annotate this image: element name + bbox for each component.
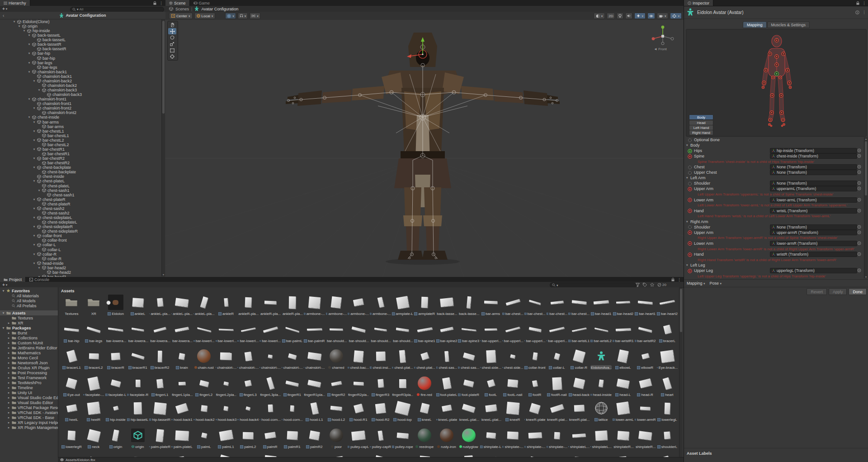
hierarchy-tree-item[interactable]: chainskirt-back1 xyxy=(33,74,72,79)
asset-item[interactable]: bar-spine1 xyxy=(414,321,436,344)
transform-tool-icon[interactable] xyxy=(168,53,176,60)
hierarchy-tree-item[interactable]: bar-chestL1 xyxy=(38,133,69,138)
tab-console[interactable]: Console xyxy=(26,277,53,282)
asset-item[interactable]: bracerL xyxy=(656,321,679,344)
asset-item[interactable]: palmL xyxy=(193,427,215,450)
asset-item[interactable]: lowerlegL xyxy=(656,400,679,423)
2d-toggle[interactable]: 2D xyxy=(607,13,615,19)
bone-object-field[interactable]: wristL (Transform) xyxy=(770,208,857,214)
asset-item[interactable]: bar-upperl... xyxy=(480,321,502,344)
hierarchy-tree-item[interactable]: ▾chest-sideplateL xyxy=(33,215,72,220)
asset-item[interactable]: palmR xyxy=(259,427,281,450)
kebab-icon[interactable]: ⋮ xyxy=(159,1,163,5)
hierarchy-tree-item[interactable]: ▾chainskirt-back1 xyxy=(28,70,67,74)
bone-row[interactable]: Hipship-inside (Transform) xyxy=(684,148,862,153)
asset-item[interactable]: bar-wristL2 xyxy=(590,321,612,344)
breadcrumb-scenes[interactable]: Scenes xyxy=(175,7,189,11)
asset-item[interactable]: hip-tassetL xyxy=(127,400,149,423)
hierarchy-tree-item[interactable]: chest-sash1 xyxy=(42,193,75,197)
asset-item[interactable]: hood-R2 xyxy=(369,400,392,423)
object-picker-icon[interactable] xyxy=(857,186,861,191)
asset-item[interactable]: ankleR-pla... xyxy=(281,294,303,317)
asset-item[interactable]: kneeR-plat... xyxy=(546,400,568,423)
asset-item[interactable]: palmL2 xyxy=(237,427,259,450)
asset-item[interactable]: XR xyxy=(83,294,105,317)
asset-item[interactable]: bar-upperl... xyxy=(502,321,524,344)
object-picker-icon[interactable] xyxy=(857,252,861,256)
asset-item[interactable]: bracerR2 xyxy=(149,348,171,371)
project-tree-item[interactable]: ▾Favorites xyxy=(0,288,30,293)
asset-item[interactable]: bar-heart1 xyxy=(634,294,656,317)
asset-item[interactable]: heart xyxy=(656,375,679,398)
asset-item[interactable]: bar-lowerl... xyxy=(237,321,259,344)
asset-item[interactable]: chest-plat... xyxy=(392,348,414,371)
asset-item[interactable]: bar-should... xyxy=(347,321,369,344)
asset-item[interactable]: footR-nail xyxy=(546,375,568,398)
asset-item[interactable]: bar-wristL1 xyxy=(568,321,590,344)
bone-section-header[interactable]: ▾Right Arm xyxy=(684,219,862,224)
project-tree-item[interactable]: ▸Newtonsoft Json xyxy=(0,360,48,365)
asset-item[interactable]: neck xyxy=(83,427,105,450)
avatar-model[interactable] xyxy=(165,20,684,277)
hierarchy-tree-item[interactable]: ▾chest-sash2 xyxy=(33,206,65,211)
project-tree-item[interactable]: ▸TextMeshPro xyxy=(0,380,42,385)
asset-item[interactable]: fingerR3pla... xyxy=(392,375,414,398)
asset-item[interactable]: bar-chest... xyxy=(524,294,546,317)
bone-object-field[interactable]: None (Transform) xyxy=(770,164,857,170)
asset-item[interactable]: hood-top xyxy=(392,400,414,423)
axis-gizmo[interactable] xyxy=(650,24,675,48)
hierarchy-tree-item[interactable]: ▾chainskirt-front2 xyxy=(33,106,71,110)
asset-item[interactable]: bar-lowera... xyxy=(171,321,193,344)
hidden-packages-count[interactable]: 20 xyxy=(657,283,666,287)
asset-item[interactable]: bar-lowera... xyxy=(149,321,171,344)
asset-item[interactable]: fingerR1pla... xyxy=(303,375,326,398)
project-tree-item[interactable]: ▸VRChat Package Resolver T xyxy=(0,405,58,410)
save-search-icon[interactable] xyxy=(650,283,654,287)
bone-object-field[interactable]: chest-inside (Transform) xyxy=(770,153,857,159)
space-dropdown[interactable]: Local▾ xyxy=(194,13,216,19)
object-picker-icon[interactable] xyxy=(857,241,861,245)
hierarchy-tree-item[interactable]: ▾chainskirt-front1 xyxy=(28,97,66,101)
asset-item[interactable]: bar-lowerl... xyxy=(259,321,281,344)
bone-row[interactable]: Upper ArmupperarmL (Transform) xyxy=(684,186,862,191)
hierarchy-tree-item[interactable]: collar-R xyxy=(38,257,61,261)
project-tree-item[interactable]: ▸Unity UI xyxy=(0,390,32,395)
asset-item[interactable]: chainskirt-... xyxy=(259,348,281,371)
rect-tool-icon[interactable] xyxy=(168,47,176,53)
tab-scene[interactable]: Scene xyxy=(165,0,190,6)
asset-item[interactable]: chainskirt-... xyxy=(237,348,259,371)
asset-item[interactable]: fingerL2 xyxy=(193,375,215,398)
mapping-menu[interactable]: Mapping ▾ xyxy=(687,281,705,286)
bone-object-field[interactable]: upperarmL (Transform) xyxy=(770,186,857,191)
asset-item[interactable]: bracerR1 xyxy=(127,348,149,371)
bone-row[interactable]: ChestNone (Transform) xyxy=(684,164,862,170)
asset-item[interactable]: ankleR-pla... xyxy=(259,294,281,317)
asset-item[interactable]: fingerR2 xyxy=(326,375,348,398)
bone-object-field[interactable]: None (Transform) xyxy=(770,181,857,186)
asset-item[interactable]: head-R xyxy=(634,375,656,398)
hierarchy-tree-item[interactable]: ▾collar-front xyxy=(33,233,62,238)
bone-object-field[interactable]: hip-inside (Transform) xyxy=(770,148,857,153)
grid-snap-toggle[interactable]: ▾ xyxy=(225,13,236,19)
hierarchy-tree-item[interactable]: ▾chest-plateR xyxy=(33,197,66,202)
asset-item[interactable]: hood-R1 xyxy=(347,400,369,423)
hierarchy-tree-item[interactable]: bar-arms xyxy=(38,124,64,129)
asset-item[interactable]: pulley-rope xyxy=(392,427,414,450)
asset-item[interactable]: Eidolon xyxy=(105,294,127,317)
object-picker-icon[interactable] xyxy=(857,268,861,272)
asset-item[interactable]: ankleL-pla... xyxy=(171,294,193,317)
project-tree-item[interactable]: ▸Custom NUnit xyxy=(0,340,43,345)
apply-button[interactable]: Apply xyxy=(829,288,847,295)
asset-item[interactable]: hood-corn... xyxy=(281,400,303,423)
project-tree-item[interactable]: ▸Visual Studio Editor xyxy=(0,400,53,405)
scroll-down-icon[interactable]: ▾ xyxy=(864,275,868,278)
asset-item[interactable]: kneeR-plat... xyxy=(568,400,590,423)
asset-item[interactable]: hood-corn... xyxy=(259,400,281,423)
project-tree-item[interactable]: ▸Mathematics xyxy=(0,350,41,355)
asset-item[interactable]: ankleL-pla... xyxy=(193,294,215,317)
asset-item[interactable]: bar-lowera... xyxy=(105,321,127,344)
asset-item[interactable]: kneeR-plate xyxy=(524,400,546,423)
hand-tool-icon[interactable] xyxy=(168,22,176,28)
asset-item[interactable]: bar-arms xyxy=(480,294,502,317)
asset-item[interactable]: bracerL1 xyxy=(61,348,83,371)
